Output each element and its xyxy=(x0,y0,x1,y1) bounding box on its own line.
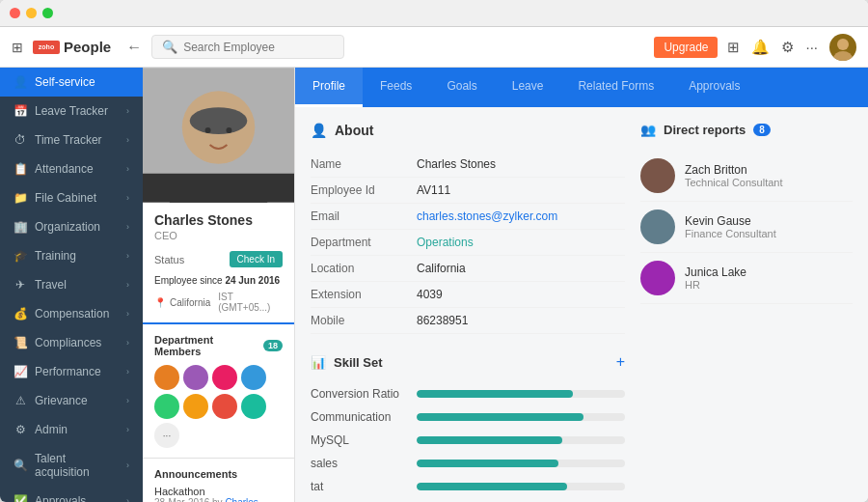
label-extension: Extension xyxy=(311,288,417,301)
member-avatar[interactable] xyxy=(241,394,266,419)
main-layout: 👤 Self-service 📅 Leave Tracker › ⏱ Time … xyxy=(0,68,868,502)
location-row: 📍 California IST (GMT+05...) xyxy=(154,292,283,313)
profile-name: Charles Stones xyxy=(154,212,283,228)
upgrade-button[interactable]: Upgrade xyxy=(654,37,718,58)
report-item[interactable]: Junica Lake HR xyxy=(640,253,853,304)
member-avatar[interactable] xyxy=(212,394,237,419)
announcement-title: Hackathon xyxy=(154,486,283,497)
sidebar-item-admin[interactable]: ⚙ Admin › xyxy=(0,415,143,444)
sidebar-label: Self-service xyxy=(35,75,129,89)
announcement-date: 28-Mar-2016 by Charles Stones xyxy=(154,497,283,502)
label-mobile: Mobile xyxy=(311,314,417,327)
sidebar-item-attendance[interactable]: 📋 Attendance › xyxy=(0,154,143,183)
sidebar-label: Performance xyxy=(35,365,119,378)
leave-tracker-icon: 📅 xyxy=(14,104,27,118)
talent-icon: 🔍 xyxy=(14,459,27,472)
bell-icon[interactable]: 🔔 xyxy=(751,39,770,56)
member-avatar[interactable] xyxy=(183,394,208,419)
report-avatar xyxy=(640,209,675,244)
chevron-icon: › xyxy=(126,164,129,174)
add-skill-button[interactable]: + xyxy=(616,353,625,371)
member-avatar[interactable] xyxy=(241,365,266,390)
chevron-icon: › xyxy=(126,251,129,261)
report-item[interactable]: Kevin Gause Finance Consultant xyxy=(640,202,853,253)
sidebar-item-compliances[interactable]: 📜 Compliances › xyxy=(0,328,143,357)
tab-feeds[interactable]: Feeds xyxy=(363,68,429,107)
sidebar-item-grievance[interactable]: ⚠ Grievance › xyxy=(0,386,143,415)
sidebar-item-file-cabinet[interactable]: 📁 File Cabinet › xyxy=(0,183,143,212)
member-avatar[interactable] xyxy=(154,394,179,419)
value-extension: 4039 xyxy=(417,288,443,301)
chevron-icon: › xyxy=(126,193,129,203)
report-info: Junica Lake HR xyxy=(685,265,746,291)
sidebar-label: Admin xyxy=(35,423,119,436)
svg-point-7 xyxy=(226,127,231,133)
skill-bar-background xyxy=(417,436,625,444)
organization-icon: 🏢 xyxy=(14,220,27,234)
add-icon[interactable]: ⊞ xyxy=(727,39,740,56)
sidebar-label: Grievance xyxy=(35,394,119,407)
tab-leave[interactable]: Leave xyxy=(495,68,561,107)
skill-name: Communication xyxy=(311,410,417,424)
skill-bar-background xyxy=(417,390,625,398)
nav-back-icon[interactable]: ← xyxy=(126,39,142,56)
grid-icon[interactable]: ⊞ xyxy=(12,40,23,55)
file-cabinet-icon: 📁 xyxy=(14,191,27,205)
check-in-button[interactable]: Check In xyxy=(230,251,283,267)
member-avatar[interactable] xyxy=(183,365,208,390)
tab-approvals[interactable]: Approvals xyxy=(671,68,757,107)
profile-card: Charles Stones CEO Status Check In Emplo… xyxy=(143,68,295,502)
sidebar-item-time-tracker[interactable]: ⏱ Time Tracker › xyxy=(0,126,143,154)
sidebar-item-talent-acquisition[interactable]: 🔍 Talent acquisition › xyxy=(0,444,143,487)
about-section: 👤 About Name Charles Stones Employee Id … xyxy=(311,123,625,487)
sidebar-item-performance[interactable]: 📈 Performance › xyxy=(0,357,143,386)
status-label: Status xyxy=(154,254,184,265)
brand: zoho People xyxy=(33,39,111,55)
sidebar-item-training[interactable]: 🎓 Training › xyxy=(0,241,143,270)
chevron-icon: › xyxy=(126,460,129,470)
svg-point-5 xyxy=(190,107,248,134)
about-header: 👤 About xyxy=(311,123,625,138)
sidebar-item-travel[interactable]: ✈ Travel › xyxy=(0,270,143,299)
tab-related-forms[interactable]: Related Forms xyxy=(560,68,671,107)
sidebar-label: Attendance xyxy=(35,162,119,176)
value-email[interactable]: charles.stones@zylker.com xyxy=(417,209,557,223)
tab-goals[interactable]: Goals xyxy=(429,68,494,107)
direct-reports-header: 👥 Direct reports 8 xyxy=(640,123,853,137)
skill-bar-background xyxy=(417,413,625,421)
user-avatar-nav[interactable] xyxy=(829,34,856,61)
report-item[interactable]: Zach Britton Technical Consultant xyxy=(640,151,853,202)
member-avatar[interactable] xyxy=(154,365,179,390)
svg-rect-8 xyxy=(143,174,294,203)
sidebar-label: Travel xyxy=(35,278,119,292)
compliances-icon: 📜 xyxy=(14,336,27,349)
more-icon[interactable]: ··· xyxy=(805,39,818,55)
sidebar-item-compensation[interactable]: 💰 Compensation › xyxy=(0,299,143,328)
sidebar-item-organization[interactable]: 🏢 Organization › xyxy=(0,212,143,241)
profile-title: CEO xyxy=(154,230,283,241)
sidebar-item-self-service[interactable]: 👤 Self-service xyxy=(0,68,143,97)
member-avatar[interactable] xyxy=(212,365,237,390)
travel-icon: ✈ xyxy=(14,278,27,292)
minimize-dot[interactable] xyxy=(26,8,37,18)
report-role: Technical Consultant xyxy=(685,177,783,188)
maximize-dot[interactable] xyxy=(42,8,53,18)
person-icon: 👤 xyxy=(311,123,327,138)
sidebar-item-approvals[interactable]: ✅ Approvals › xyxy=(0,487,143,502)
search-input[interactable] xyxy=(183,41,334,54)
skill-item: C++ xyxy=(311,498,625,502)
performance-icon: 📈 xyxy=(14,365,27,378)
value-department[interactable]: Operations xyxy=(417,236,474,249)
skill-name: tat xyxy=(311,480,417,493)
skill-bar-background xyxy=(417,483,625,490)
sidebar-item-leave-tracker[interactable]: 📅 Leave Tracker › xyxy=(0,97,143,126)
more-members[interactable]: ··· xyxy=(154,423,179,448)
member-avatars: ··· xyxy=(154,365,283,448)
settings-icon[interactable]: ⚙ xyxy=(781,39,794,56)
location-icon: 📍 xyxy=(154,297,166,308)
tab-profile[interactable]: Profile xyxy=(295,68,363,107)
info-row-employee-id: Employee Id AV111 xyxy=(311,178,625,204)
close-dot[interactable] xyxy=(10,8,20,18)
time-tracker-icon: ⏱ xyxy=(14,133,27,147)
value-employee-id: AV111 xyxy=(417,183,450,197)
